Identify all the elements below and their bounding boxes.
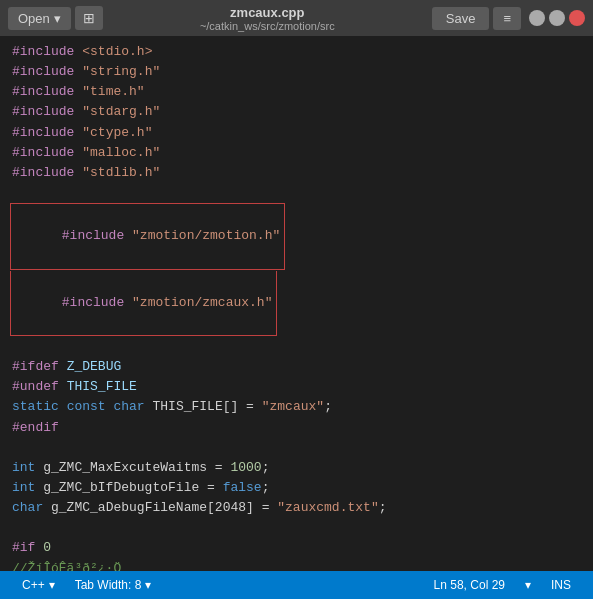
code-line: #include "time.h": [0, 82, 593, 102]
code-line-blank: [0, 183, 593, 203]
code-line-blank: [0, 337, 593, 357]
save-button[interactable]: Save: [432, 7, 490, 30]
open-chevron-icon: ▾: [54, 11, 61, 26]
maximize-button[interactable]: [549, 10, 565, 26]
filename: zmcaux.cpp: [107, 5, 428, 20]
save-file-icon-button[interactable]: ⊞: [75, 6, 103, 30]
code-line: #endif: [0, 418, 593, 438]
mode-label: INS: [551, 578, 571, 592]
code-line: #if 0: [0, 538, 593, 558]
code-line: char g_ZMC_aDebugFileName[2048] = "zauxc…: [0, 498, 593, 518]
insert-mode: INS: [541, 578, 581, 592]
code-line: #include "ctype.h": [0, 123, 593, 143]
filepath: ~/catkin_ws/src/zmotion/src: [107, 20, 428, 32]
code-editor[interactable]: #include <stdio.h> #include "string.h" #…: [0, 36, 593, 571]
tab-width-chevron-icon: ▾: [145, 578, 151, 592]
open-label: Open: [18, 11, 50, 26]
code-line: int g_ZMC_bIfDebugtoFile = false;: [0, 478, 593, 498]
statusbar: C++ ▾ Tab Width: 8 ▾ Ln 58, Col 29 ▾ INS: [0, 571, 593, 599]
code-line: #include "malloc.h": [0, 143, 593, 163]
code-line: #include "string.h": [0, 62, 593, 82]
language-label: C++: [22, 578, 45, 592]
position-label: Ln 58, Col 29: [434, 578, 505, 592]
mode-selector[interactable]: ▾: [515, 578, 541, 592]
code-line: #include "stdarg.h": [0, 102, 593, 122]
cursor-position: Ln 58, Col 29: [424, 578, 515, 592]
status-right: Ln 58, Col 29 ▾ INS: [424, 578, 581, 592]
code-line-blank: [0, 438, 593, 458]
minimize-button[interactable]: [529, 10, 545, 26]
code-line-blank: [0, 518, 593, 538]
mode-chevron-icon: ▾: [525, 578, 531, 592]
open-button[interactable]: Open ▾: [8, 7, 71, 30]
menu-button[interactable]: ≡: [493, 7, 521, 30]
code-line: #undef THIS_FILE: [0, 377, 593, 397]
language-chevron-icon: ▾: [49, 578, 55, 592]
title-center: zmcaux.cpp ~/catkin_ws/src/zmotion/src: [107, 5, 428, 32]
code-line: //ŽíÎóÊã³ð²¿·Ö: [0, 559, 593, 571]
code-line: #include "stdlib.h": [0, 163, 593, 183]
tab-width-selector[interactable]: Tab Width: 8 ▾: [65, 578, 162, 592]
language-selector[interactable]: C++ ▾: [12, 578, 65, 592]
code-line: int g_ZMC_MaxExcuteWaitms = 1000;: [0, 458, 593, 478]
code-line: #ifdef Z_DEBUG: [0, 357, 593, 377]
close-button[interactable]: [569, 10, 585, 26]
code-line: static const char THIS_FILE[] = "zmcaux"…: [0, 397, 593, 417]
titlebar: Open ▾ ⊞ zmcaux.cpp ~/catkin_ws/src/zmot…: [0, 0, 593, 36]
window-controls: [529, 10, 585, 26]
tab-width-label: Tab Width: 8: [75, 578, 142, 592]
code-line: #include <stdio.h>: [0, 42, 593, 62]
code-line-highlighted: #include "zmotion/zmcaux.h": [0, 270, 593, 337]
code-line-highlighted: #include "zmotion/zmotion.h": [0, 203, 593, 269]
